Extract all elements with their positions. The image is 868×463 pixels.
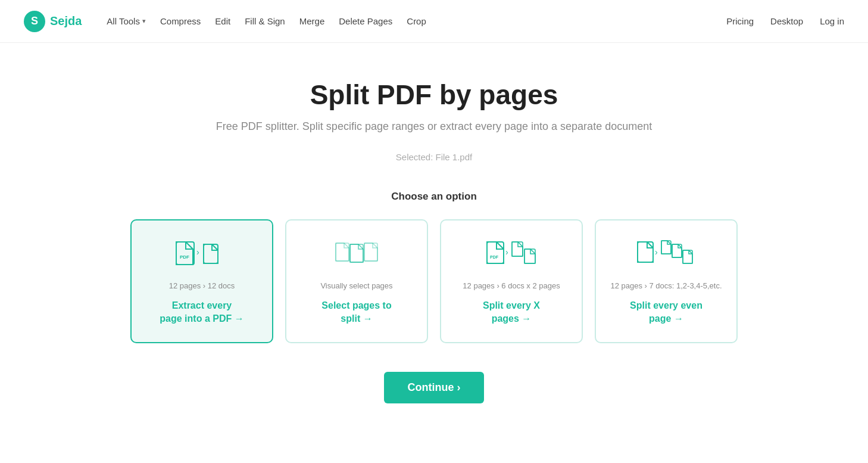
navbar: S Sejda All Tools ▾ Compress Edit Fill &… bbox=[0, 0, 868, 43]
option-split-even-label: Split every evenpage → bbox=[630, 299, 702, 326]
option-split-even[interactable]: › 12 pages › 7 docs: 1,2-3,4-5,etc. Spli… bbox=[595, 219, 738, 343]
option-extract-desc: 12 pages › 12 docs bbox=[169, 280, 235, 292]
svg-rect-3 bbox=[204, 244, 218, 263]
main-content: Split PDF by pages Free PDF splitter. Sp… bbox=[0, 43, 868, 451]
logo-icon: S bbox=[24, 11, 45, 32]
svg-text:PDF: PDF bbox=[490, 255, 499, 259]
options-grid: PDF › 12 pages › 12 docs Extract everypa… bbox=[24, 219, 844, 343]
nav-left: S Sejda All Tools ▾ Compress Edit Fill &… bbox=[24, 11, 432, 32]
svg-rect-11 bbox=[524, 249, 535, 263]
continue-button[interactable]: Continue › bbox=[384, 372, 485, 403]
extract-every-icon: PDF › bbox=[175, 240, 229, 273]
option-extract-label: Extract everypage into a PDF → bbox=[160, 299, 243, 326]
svg-text:›: › bbox=[196, 247, 199, 257]
split-even-icon: › bbox=[636, 240, 696, 273]
nav-crop[interactable]: Crop bbox=[401, 13, 432, 30]
svg-text:›: › bbox=[655, 247, 658, 257]
nav-links: All Tools ▾ Compress Edit Fill & Sign Me… bbox=[101, 13, 432, 30]
option-select-desc: Visually select pages bbox=[320, 280, 392, 292]
nav-all-tools[interactable]: All Tools ▾ bbox=[101, 13, 152, 30]
option-select-pages[interactable]: Visually select pages Select pages tospl… bbox=[285, 219, 428, 343]
nav-edit[interactable]: Edit bbox=[209, 13, 236, 30]
option-split-x-desc: 12 pages › 6 docs x 2 pages bbox=[463, 280, 560, 292]
page-title: Split PDF by pages bbox=[24, 79, 844, 111]
nav-login[interactable]: Log in bbox=[820, 16, 844, 26]
nav-desktop[interactable]: Desktop bbox=[770, 16, 803, 26]
logo[interactable]: S Sejda bbox=[24, 11, 82, 32]
option-split-x[interactable]: PDF › 12 pages › 6 docs x 2 pages Split … bbox=[440, 219, 583, 343]
chevron-down-icon: ▾ bbox=[142, 17, 146, 25]
nav-merge[interactable]: Merge bbox=[294, 13, 331, 30]
svg-rect-10 bbox=[512, 242, 523, 256]
page-subtitle: Free PDF splitter. Split specific page r… bbox=[24, 120, 844, 133]
select-pages-icon bbox=[330, 240, 383, 273]
option-split-even-desc: 12 pages › 7 docs: 1,2-3,4-5,etc. bbox=[610, 280, 722, 292]
svg-text:PDF: PDF bbox=[180, 254, 189, 260]
option-select-label: Select pages tosplit → bbox=[321, 299, 391, 326]
option-split-x-label: Split every Xpages → bbox=[483, 299, 540, 326]
nav-compress[interactable]: Compress bbox=[154, 13, 207, 30]
svg-text:›: › bbox=[505, 247, 508, 257]
choose-option-label: Choose an option bbox=[24, 191, 844, 203]
option-extract-every[interactable]: PDF › 12 pages › 12 docs Extract everypa… bbox=[130, 219, 273, 343]
nav-right: Pricing Desktop Log in bbox=[726, 16, 844, 26]
nav-delete-pages[interactable]: Delete Pages bbox=[333, 13, 398, 30]
nav-pricing[interactable]: Pricing bbox=[726, 16, 754, 26]
selected-file: Selected: File 1.pdf bbox=[24, 152, 844, 162]
svg-rect-7 bbox=[487, 242, 504, 263]
logo-name: Sejda bbox=[50, 14, 82, 28]
nav-fill-sign[interactable]: Fill & Sign bbox=[239, 13, 291, 30]
split-x-icon: PDF › bbox=[485, 240, 538, 273]
